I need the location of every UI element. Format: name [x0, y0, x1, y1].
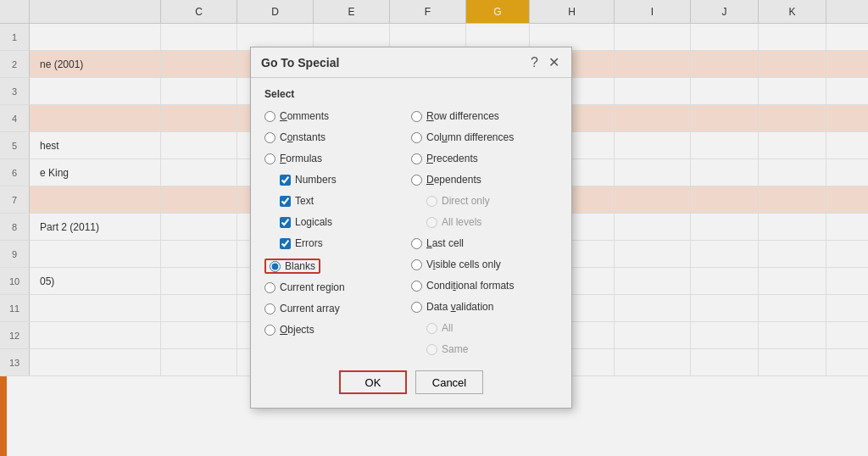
- column-differences-radio[interactable]: [411, 132, 422, 143]
- cancel-button[interactable]: Cancel: [415, 370, 483, 394]
- row-differences-option[interactable]: Row differences: [411, 107, 558, 125]
- precedents-label: Precedents: [426, 153, 478, 164]
- constants-radio[interactable]: [264, 132, 275, 143]
- numbers-label: Numbers: [295, 174, 337, 186]
- blanks-radio[interactable]: [270, 261, 281, 272]
- all-levels-label: All levels: [442, 216, 481, 228]
- visible-cells-label: Visible cells only: [426, 259, 501, 270]
- visible-cells-radio[interactable]: [411, 259, 422, 270]
- comments-option[interactable]: Comments: [264, 107, 411, 125]
- right-radio-col: Row differences Column differences Prece…: [411, 107, 558, 359]
- conditional-formats-option[interactable]: Conditional formats: [411, 276, 558, 295]
- formulas-radio[interactable]: [264, 153, 275, 164]
- blanks-option[interactable]: Blanks: [264, 257, 411, 275]
- objects-label: Objects: [280, 324, 314, 336]
- blanks-highlight-box: Blanks: [264, 259, 320, 274]
- go-to-special-dialog: Go To Special ? ✕ Select Comments Consta…: [250, 47, 572, 409]
- row-differences-radio[interactable]: [411, 111, 422, 122]
- dependents-option[interactable]: Dependents: [411, 170, 558, 189]
- errors-label: Errors: [295, 237, 323, 249]
- last-cell-option[interactable]: Last cell: [411, 234, 558, 253]
- dialog-title-actions: ? ✕: [529, 54, 561, 70]
- last-cell-label: Last cell: [426, 237, 464, 249]
- current-array-label: Current array: [280, 303, 340, 314]
- precedents-radio[interactable]: [411, 153, 422, 164]
- objects-radio[interactable]: [264, 325, 275, 336]
- left-radio-col: Comments Constants Formulas Numbers Text: [264, 107, 411, 359]
- visible-cells-option[interactable]: Visible cells only: [411, 255, 558, 274]
- all-levels-option[interactable]: All levels: [411, 213, 558, 231]
- current-region-option[interactable]: Current region: [264, 278, 411, 297]
- formulas-label: Formulas: [280, 153, 322, 164]
- dependents-label: Dependents: [426, 174, 481, 186]
- select-label: Select: [264, 88, 558, 100]
- same-dv-label: Same: [442, 343, 468, 355]
- comments-radio[interactable]: [264, 111, 275, 122]
- conditional-formats-label: Conditional formats: [426, 280, 514, 292]
- all-dv-radio[interactable]: [426, 323, 437, 334]
- column-differences-option[interactable]: Column differences: [411, 128, 558, 147]
- comments-label: Comments: [280, 110, 329, 122]
- data-validation-option[interactable]: Data validation: [411, 298, 558, 316]
- logicals-checkbox[interactable]: [280, 217, 291, 228]
- current-array-radio[interactable]: [264, 303, 275, 314]
- errors-option[interactable]: Errors: [264, 234, 411, 253]
- dialog-buttons: OK Cancel: [264, 370, 558, 394]
- data-validation-radio[interactable]: [411, 302, 422, 313]
- last-cell-radio[interactable]: [411, 238, 422, 249]
- numbers-option[interactable]: Numbers: [264, 170, 411, 189]
- all-levels-radio[interactable]: [426, 217, 437, 228]
- dependents-radio[interactable]: [411, 175, 422, 186]
- blanks-label: Blanks: [285, 260, 315, 272]
- numbers-checkbox[interactable]: [280, 175, 291, 186]
- direct-only-radio[interactable]: [426, 196, 437, 207]
- radio-columns: Comments Constants Formulas Numbers Text: [264, 107, 558, 359]
- conditional-formats-radio[interactable]: [411, 281, 422, 292]
- constants-label: Constants: [280, 131, 326, 143]
- objects-option[interactable]: Objects: [264, 320, 411, 339]
- current-region-radio[interactable]: [264, 282, 275, 293]
- logicals-label: Logicals: [295, 216, 332, 228]
- dialog-titlebar: Go To Special ? ✕: [251, 47, 571, 78]
- constants-option[interactable]: Constants: [264, 128, 411, 147]
- direct-only-option[interactable]: Direct only: [411, 192, 558, 210]
- logicals-option[interactable]: Logicals: [264, 213, 411, 231]
- current-region-label: Current region: [280, 281, 345, 293]
- dialog-close-button[interactable]: ✕: [547, 54, 561, 70]
- dialog-body: Select Comments Constants Formulas: [251, 78, 571, 408]
- text-label: Text: [295, 195, 314, 207]
- all-dv-label: All: [442, 322, 453, 334]
- precedents-option[interactable]: Precedents: [411, 149, 558, 168]
- text-checkbox[interactable]: [280, 196, 291, 207]
- all-dv-option[interactable]: All: [411, 319, 558, 337]
- dialog-help-button[interactable]: ?: [529, 55, 540, 70]
- text-option[interactable]: Text: [264, 192, 411, 210]
- same-dv-option[interactable]: Same: [411, 340, 558, 359]
- current-array-option[interactable]: Current array: [264, 299, 411, 318]
- formulas-option[interactable]: Formulas: [264, 149, 411, 168]
- direct-only-label: Direct only: [442, 195, 490, 207]
- row-differences-label: Row differences: [426, 110, 499, 122]
- same-dv-radio[interactable]: [426, 344, 437, 355]
- data-validation-label: Data validation: [426, 301, 493, 313]
- dialog-title: Go To Special: [261, 56, 339, 70]
- column-differences-label: Column differences: [426, 131, 514, 143]
- errors-checkbox[interactable]: [280, 238, 291, 249]
- ok-button[interactable]: OK: [339, 370, 407, 394]
